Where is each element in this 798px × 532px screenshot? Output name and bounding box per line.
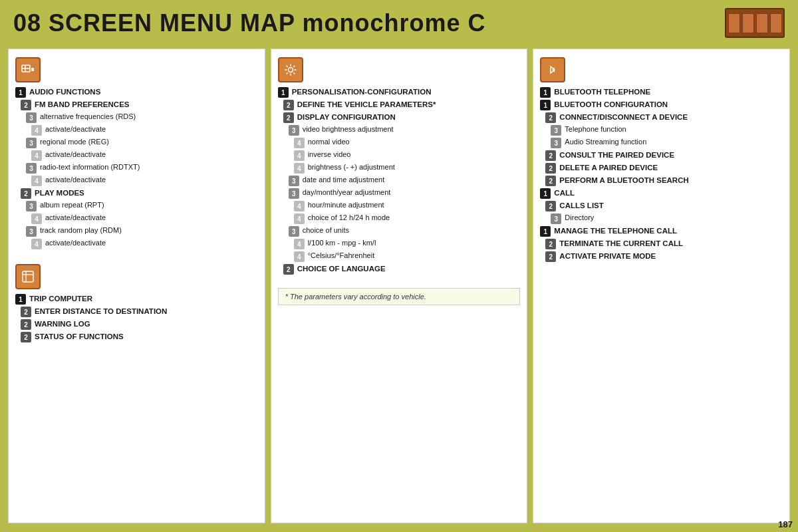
item-label: TRIP COMPUTER <box>29 293 92 304</box>
item-label: DELETE A PAIRED DEVICE <box>559 162 658 173</box>
menu-item-enter-distance: 2 ENTER DISTANCE TO DESTINATION <box>21 306 258 317</box>
item-label: DEFINE THE VEHICLE PARAMETERS* <box>297 99 436 110</box>
trip-icon <box>21 269 35 284</box>
menu-item-telephone-function: 3 Telephone function <box>551 124 783 136</box>
item-label: Directory <box>565 213 594 223</box>
item-label: alternative frequencies (RDS) <box>40 112 136 122</box>
menu-item-album-repeat: 3 album repeat (RPT) <box>26 200 258 211</box>
menu-item-personalisation: 1 PERSONALISATION-CONFIGURATION <box>278 86 521 98</box>
column-3: 1 BLUETOOTH TELEPHONE 1 BLUETOOTH CONFIG… <box>533 49 790 523</box>
menu-item-regional: 3 regional mode (REG) <box>26 137 258 148</box>
header-icon <box>725 8 785 38</box>
menu-item-activate2: 4 activate/deactivate <box>31 150 258 161</box>
menu-item-bt-search: 2 PERFORM A BLUETOOTH SEARCH <box>545 175 783 186</box>
menu-item-display-config: 2 DISPLAY CONFIGURATION <box>283 112 521 123</box>
column-2: 1 PERSONALISATION-CONFIGURATION 2 DEFINE… <box>271 49 528 523</box>
item-label: CONSULT THE PAIRED DEVICE <box>559 150 674 160</box>
svg-rect-4 <box>23 271 33 282</box>
menu-item-manage-call: 1 MANAGE THE TELEPHONE CALL <box>540 225 783 237</box>
svg-rect-3 <box>31 68 34 71</box>
item-label: album repeat (RPT) <box>40 200 104 210</box>
item-label: hour/minute adjustment <box>308 200 384 210</box>
menu-item-delete-paired: 2 DELETE A PAIRED DEVICE <box>545 162 783 174</box>
item-label: radio-text information (RDTXT) <box>40 162 140 172</box>
audio-section-icon <box>15 57 41 82</box>
item-label: inverse video <box>308 150 351 160</box>
menu-item-12h-24h: 4 choice of 12 h/24 h mode <box>294 213 521 224</box>
item-label: MANAGE THE TELEPHONE CALL <box>554 225 677 236</box>
item-label: AUDIO FUNCTIONS <box>29 86 100 97</box>
item-label: activate/deactivate <box>45 175 106 185</box>
trip-section-icon <box>15 264 41 289</box>
item-label: CALL <box>554 188 575 198</box>
item-label: activate/deactivate <box>45 238 106 248</box>
settings-section-icon <box>278 57 303 82</box>
item-label: track random play (RDM) <box>40 225 122 235</box>
menu-item-connect-disconnect: 2 CONNECT/DISCONNECT A DEVICE <box>545 112 783 123</box>
item-label: activate/deactivate <box>45 150 106 160</box>
menu-item-day-month: 3 day/month/year adjustment <box>289 188 521 199</box>
item-label: choice of units <box>303 225 349 235</box>
item-label: WARNING LOG <box>35 319 90 329</box>
menu-item-play-modes: 2 PLAY MODES <box>21 188 258 199</box>
menu-item-directory: 3 Directory <box>551 213 783 224</box>
item-label: date and time adjustment <box>303 175 385 185</box>
menu-item-terminate-call: 2 TERMINATE THE CURRENT CALL <box>545 238 783 249</box>
page-title: 08 SCREEN MENU MAP monochrome C <box>13 9 485 37</box>
item-label: BLUETOOTH TELEPHONE <box>554 86 650 97</box>
item-label: CALLS LIST <box>559 200 603 211</box>
menu-item-celsius: 4 °Celsius/°Fahrenheit <box>294 251 521 262</box>
item-label: Telephone function <box>565 124 626 134</box>
menu-item-l100km: 4 l/100 km - mpg - km/l <box>294 238 521 249</box>
menu-item-audio-functions: 1 AUDIO FUNCTIONS <box>15 86 258 98</box>
content-area: 1 AUDIO FUNCTIONS 2 FM BAND PREFERENCES … <box>0 43 798 529</box>
item-label: brightness (- +) adjustment <box>308 162 395 172</box>
menu-item-status-functions: 2 STATUS OF FUNCTIONS <box>21 331 258 342</box>
menu-item-fm-band: 2 FM BAND PREFERENCES <box>21 99 258 110</box>
menu-item-radio-text: 3 radio-text information (RDTXT) <box>26 162 258 174</box>
menu-item-choice-units: 3 choice of units <box>289 225 521 237</box>
item-label: activate/deactivate <box>45 213 106 223</box>
item-label: STATUS OF FUNCTIONS <box>35 331 124 342</box>
item-label: normal video <box>308 137 350 147</box>
menu-item-bt-telephone: 1 BLUETOOTH TELEPHONE <box>540 86 783 98</box>
menu-item-activate-private: 2 ACTIVATE PRIVATE MODE <box>545 251 783 262</box>
menu-item-brightness-adj: 4 brightness (- +) adjustment <box>294 162 521 174</box>
svg-point-7 <box>288 68 293 72</box>
menu-item-activate1: 4 activate/deactivate <box>31 124 258 136</box>
item-label: BLUETOOTH CONFIGURATION <box>554 99 668 110</box>
page-number: 187 <box>778 519 793 529</box>
item-label: PERFORM A BLUETOOTH SEARCH <box>559 175 688 186</box>
item-label: CHOICE OF LANGUAGE <box>297 263 386 274</box>
menu-item-normal-video: 4 normal video <box>294 137 521 148</box>
item-label: regional mode (REG) <box>40 137 109 147</box>
header: 08 SCREEN MENU MAP monochrome C <box>0 0 798 43</box>
item-label: °Celsius/°Fahrenheit <box>308 251 375 261</box>
menu-item-activate5: 4 activate/deactivate <box>31 238 258 249</box>
column-1: 1 AUDIO FUNCTIONS 2 FM BAND PREFERENCES … <box>8 49 265 523</box>
item-label: activate/deactivate <box>45 124 106 134</box>
bluetooth-section-icon <box>540 57 565 82</box>
item-label: PLAY MODES <box>35 188 84 198</box>
item-label: day/month/year adjustment <box>303 188 391 198</box>
menu-item-video-brightness: 3 video brightness adjustment <box>289 124 521 136</box>
item-label: ENTER DISTANCE TO DESTINATION <box>35 306 167 317</box>
item-label: l/100 km - mpg - km/l <box>308 238 376 248</box>
menu-item-activate3: 4 activate/deactivate <box>31 175 258 186</box>
menu-item-bt-configuration: 1 BLUETOOTH CONFIGURATION <box>540 99 783 110</box>
menu-item-activate4: 4 activate/deactivate <box>31 213 258 224</box>
menu-item-audio-streaming: 3 Audio Streaming function <box>551 137 783 148</box>
menu-item-trip-computer: 1 TRIP COMPUTER <box>15 293 258 305</box>
music-icon <box>21 63 35 77</box>
menu-item-date-time: 3 date and time adjustment <box>289 175 521 186</box>
menu-item-warning-log: 2 WARNING LOG <box>21 319 258 330</box>
item-label: ACTIVATE PRIVATE MODE <box>559 251 656 261</box>
item-label: DISPLAY CONFIGURATION <box>297 112 396 122</box>
footnote: * The parameters vary according to vehic… <box>278 288 521 305</box>
item-label: Audio Streaming function <box>565 137 646 147</box>
menu-item-define-vehicle: 2 DEFINE THE VEHICLE PARAMETERS* <box>283 99 521 110</box>
item-label: TERMINATE THE CURRENT CALL <box>559 238 683 249</box>
item-label: video brightness adjustment <box>303 124 394 134</box>
menu-item-hour-minute: 4 hour/minute adjustment <box>294 200 521 211</box>
menu-item-choice-language: 2 CHOICE OF LANGUAGE <box>283 263 521 275</box>
